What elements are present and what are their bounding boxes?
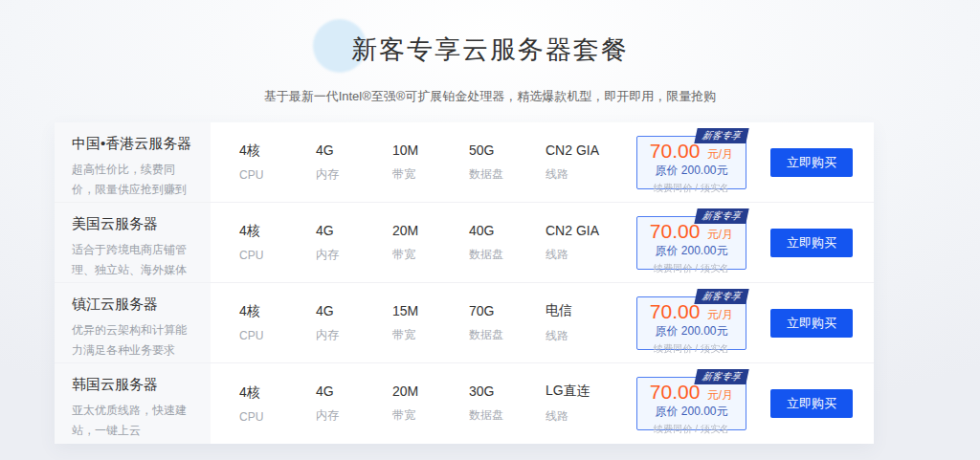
- server-row-hongkong: 中国•香港云服务器 超高性价比，续费同价，限量供应抢到赚到 4核 CPU 4G …: [55, 122, 874, 203]
- spec-cpu: 4核 CPU: [239, 384, 316, 424]
- server-description: 优异的云架构和计算能力满足各种业务要求: [72, 320, 197, 361]
- price-value: 70.00: [650, 381, 701, 403]
- spec-bandwidth: 20M 带宽: [392, 383, 469, 424]
- server-name: 美国云服务器: [72, 215, 197, 233]
- spec-disk: 70G 数据盘: [469, 303, 546, 343]
- buy-button[interactable]: 立即购买: [770, 229, 853, 257]
- buy-button[interactable]: 立即购买: [770, 389, 853, 418]
- spec-cpu: 4核 CPU: [239, 223, 316, 262]
- buy-button[interactable]: 立即购买: [770, 148, 853, 177]
- price-box: 新客专享 70.00 元/月 原价 200.00元 续费同价 / 须实名: [636, 296, 746, 350]
- spec-list: 4核 CPU 4G 内存 20M 带宽 30G 数据盘 LG直连 线路: [211, 363, 641, 444]
- original-price: 原价 200.00元: [637, 404, 746, 420]
- new-customer-badge: 新客专享: [694, 369, 748, 384]
- price-value: 70.00: [650, 300, 701, 322]
- page-title: 新客专享云服务器套餐: [0, 33, 980, 67]
- price-value: 70.00: [650, 220, 701, 242]
- spec-disk: 50G 数据盘: [469, 142, 546, 183]
- spec-memory: 4G 内存: [316, 223, 392, 263]
- spec-line: CN2 GIA 线路: [546, 223, 641, 263]
- price-note: 续费同价 / 须实名: [642, 182, 742, 195]
- spec-list: 4核 CPU 4G 内存 15M 带宽 70G 数据盘 电信 线路: [211, 283, 641, 362]
- price-unit: 元/月: [707, 228, 733, 241]
- price-note: 续费同价 / 须实名: [642, 262, 742, 275]
- spec-memory: 4G 内存: [316, 303, 392, 343]
- server-description: 超高性价比，续费同价，限量供应抢到赚到: [72, 160, 197, 200]
- server-name-cell: 中国•香港云服务器 超高性价比，续费同价，限量供应抢到赚到: [55, 122, 211, 202]
- server-name-cell: 美国云服务器 适合于跨境电商店铺管理、独立站、海外媒体运营等业务: [55, 203, 211, 282]
- price-unit: 元/月: [707, 308, 733, 321]
- spec-line: 电信 线路: [546, 302, 641, 344]
- spec-list: 4核 CPU 4G 内存 20M 带宽 40G 数据盘 CN2 GIA 线路: [211, 203, 641, 282]
- spec-line: LG直连 线路: [546, 383, 641, 425]
- original-price: 原价 200.00元: [637, 323, 746, 340]
- spec-cpu: 4核 CPU: [239, 303, 316, 342]
- price-note: 续费同价 / 须实名: [642, 423, 742, 436]
- spec-line: CN2 GIA 线路: [546, 142, 641, 183]
- server-name: 中国•香港云服务器: [72, 135, 197, 153]
- spec-bandwidth: 10M 带宽: [392, 142, 469, 183]
- server-description: 适合于跨境电商店铺管理、独立站、海外媒体运营等业务: [72, 240, 197, 282]
- pricing-table: 中国•香港云服务器 超高性价比，续费同价，限量供应抢到赚到 4核 CPU 4G …: [55, 122, 874, 444]
- new-customer-badge: 新客专享: [694, 128, 748, 143]
- buy-button[interactable]: 立即购买: [770, 309, 853, 338]
- spec-memory: 4G 内存: [316, 383, 392, 424]
- original-price: 原价 200.00元: [637, 243, 746, 259]
- spec-memory: 4G 内存: [316, 142, 392, 183]
- price-value: 70.00: [650, 140, 701, 162]
- new-customer-badge: 新客专享: [694, 208, 748, 224]
- server-row-usa: 美国云服务器 适合于跨境电商店铺管理、独立站、海外媒体运营等业务 4核 CPU …: [55, 203, 874, 283]
- original-price: 原价 200.00元: [637, 163, 746, 179]
- price-box: 新客专享 70.00 元/月 原价 200.00元 续费同价 / 须实名: [636, 377, 746, 430]
- spec-cpu: 4核 CPU: [239, 142, 316, 182]
- spec-disk: 40G 数据盘: [469, 223, 546, 263]
- new-customer-badge: 新客专享: [694, 289, 748, 304]
- server-row-zhenjiang: 镇江云服务器 优异的云架构和计算能力满足各种业务要求 4核 CPU 4G 内存 …: [55, 283, 874, 363]
- server-name: 镇江云服务器: [72, 296, 197, 314]
- page-subtitle: 基于最新一代Intel®至强®可扩展铂金处理器，精选爆款机型，即开即用，限量抢购: [0, 88, 980, 105]
- price-box: 新客专享 70.00 元/月 原价 200.00元 续费同价 / 须实名: [636, 136, 746, 189]
- spec-bandwidth: 15M 带宽: [392, 303, 469, 343]
- pricing-page: 新客专享云服务器套餐 基于最新一代Intel®至强®可扩展铂金处理器，精选爆款机…: [0, 0, 980, 460]
- price-unit: 元/月: [707, 147, 733, 161]
- server-name-cell: 镇江云服务器 优异的云架构和计算能力满足各种业务要求: [55, 283, 211, 362]
- spec-list: 4核 CPU 4G 内存 10M 带宽 50G 数据盘 CN2 GIA 线路: [211, 122, 641, 202]
- price-unit: 元/月: [707, 388, 733, 402]
- spec-disk: 30G 数据盘: [469, 383, 546, 424]
- server-name-cell: 韩国云服务器 亚太优质线路，快速建站，一键上云: [55, 363, 211, 444]
- server-row-korea: 韩国云服务器 亚太优质线路，快速建站，一键上云 4核 CPU 4G 内存 20M…: [55, 363, 874, 444]
- server-description: 亚太优质线路，快速建站，一键上云: [72, 401, 197, 441]
- server-name: 韩国云服务器: [72, 376, 197, 394]
- price-note: 续费同价 / 须实名: [642, 342, 742, 356]
- price-box: 新客专享 70.00 元/月 原价 200.00元 续费同价 / 须实名: [636, 216, 746, 270]
- page-header: 新客专享云服务器套餐 基于最新一代Intel®至强®可扩展铂金处理器，精选爆款机…: [0, 0, 980, 105]
- spec-bandwidth: 20M 带宽: [392, 223, 469, 263]
